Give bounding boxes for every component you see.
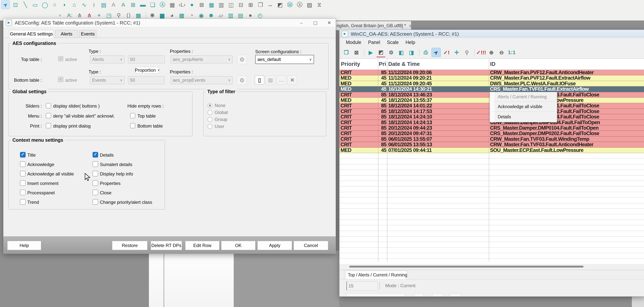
- dp-tree-tool[interactable]: ⋔: [76, 11, 84, 20]
- restore-button[interactable]: Restore: [112, 241, 148, 250]
- cancel-button[interactable]: Cancel: [294, 241, 328, 250]
- arc-tool[interactable]: ◗: [60, 1, 68, 9]
- bezier-tool[interactable]: ≀: [90, 1, 98, 9]
- bottom-table-active-checkbox[interactable]: [58, 77, 63, 82]
- minimize-button[interactable]: –: [297, 19, 306, 27]
- pointer-tool[interactable]: ➤: [1, 1, 10, 9]
- pipe-tool[interactable]: ▤: [100, 1, 108, 9]
- column-header-priority[interactable]: Priority: [341, 61, 360, 67]
- run-panel-button[interactable]: ▶: [366, 48, 375, 57]
- close-button[interactable]: ✕: [325, 19, 334, 27]
- top-type-select[interactable]: Alerts∨: [90, 56, 124, 63]
- table-row[interactable]: CRIT8506/01/2025 13:55:07CRW_Master.Fan.…: [340, 136, 644, 142]
- table-row[interactable]: CRIT8511/12/2024 09:20:06CRW_Master.Fan.…: [340, 70, 644, 75]
- table-tool[interactable]: ▦: [207, 1, 216, 9]
- hide-top-table-checkbox[interactable]: [130, 113, 135, 118]
- zoom-out-button[interactable]: ⊖: [497, 48, 506, 57]
- shapes-group-tool[interactable]: ◩: [276, 1, 284, 9]
- bar-chart-tool[interactable]: ▆: [158, 11, 166, 20]
- apply-button[interactable]: Apply: [257, 241, 292, 250]
- script-editor-tool[interactable]: ⟨⟩: [124, 11, 133, 20]
- gauge-tool[interactable]: ◔: [187, 11, 196, 20]
- schedule-tool[interactable]: ▤: [236, 11, 245, 20]
- proportion-button[interactable]: Proportion▼: [136, 67, 159, 74]
- media-tool[interactable]: ▥: [226, 11, 235, 20]
- bottom-widget-button-1[interactable]: [414, 293, 424, 297]
- group-select-tool[interactable]: ⊡: [11, 1, 20, 9]
- bottom-widget-field[interactable]: [346, 293, 405, 297]
- settings-button[interactable]: ⚙: [386, 48, 396, 57]
- ctxset-sumalert-details-checkbox[interactable]: [92, 161, 98, 167]
- clock-panel-tool[interactable]: ◴: [256, 11, 264, 20]
- column-header-id[interactable]: ID: [490, 61, 496, 67]
- zoom-in-button[interactable]: ⊕: [487, 48, 496, 57]
- column-header-date-time[interactable]: Date & Time: [388, 61, 420, 67]
- magnify-mode-button[interactable]: ⚲: [462, 48, 471, 57]
- rectangle-tool[interactable]: ▭: [31, 1, 39, 9]
- filter-group-radio[interactable]: [208, 117, 212, 122]
- frame-widget-tool[interactable]: ❐: [256, 1, 264, 9]
- tab-alerts[interactable]: Alerts: [55, 30, 78, 38]
- stretch-tool[interactable]: ↔: [266, 1, 274, 9]
- context-menu-item-acknowledge-all-visible[interactable]: Acknowledge all visible: [498, 104, 542, 109]
- embedded-module-tool[interactable]: ❏: [148, 1, 157, 9]
- line-tool[interactable]: ╲: [21, 1, 30, 9]
- help-button[interactable]: Help: [7, 241, 41, 250]
- filled-rectangle-tool[interactable]: ▬: [139, 1, 147, 9]
- screen-configurations-select[interactable]: aes_default∨: [255, 55, 314, 64]
- filter-user-radio[interactable]: [208, 124, 212, 129]
- more-config-button[interactable]: …: [277, 76, 286, 85]
- tab-events[interactable]: Events: [79, 30, 96, 38]
- table-row[interactable]: CRIT8520/12/2024 09:47:31CRS_Master.Damp…: [340, 131, 644, 136]
- menu-scale[interactable]: Scale: [384, 40, 402, 45]
- hide-bottom-table-checkbox[interactable]: [130, 123, 135, 128]
- ctxset-display-help-info-checkbox[interactable]: [92, 171, 98, 176]
- column-header-pri[interactable]: Pri: [379, 61, 386, 67]
- table-row[interactable]: CRIT8520/12/2024 09:44:23CRS_Master.Damp…: [340, 125, 644, 131]
- dp-tree-active-tool[interactable]: ⋔: [85, 11, 94, 20]
- global-sliders-checkbox[interactable]: [46, 103, 51, 108]
- small-frame-tool[interactable]: ▫: [56, 11, 64, 20]
- textbox-tool[interactable]: Ⓐ: [158, 1, 166, 9]
- file-tool[interactable]: ▱: [217, 11, 225, 20]
- text-tool[interactable]: A: [119, 1, 128, 9]
- global-print-checkbox[interactable]: [46, 123, 51, 128]
- bottom-widget-button-3[interactable]: [450, 293, 461, 297]
- add-panel-tool[interactable]: ⊞: [246, 1, 255, 9]
- discard-tool[interactable]: ⓧ: [296, 1, 304, 9]
- print-button[interactable]: ⎙: [421, 48, 430, 57]
- visible-rows-field[interactable]: 15: [346, 281, 378, 290]
- table-row[interactable]: MED4516/12/2024 14:30:21CRS_Master.Fan.T…: [340, 86, 644, 92]
- alert-table[interactable]: PriorityPriDate & TimeID CRIT8511/12/202…: [340, 59, 644, 264]
- bottom-rows-field[interactable]: 50: [128, 76, 165, 84]
- progress-tool[interactable]: ⧖: [315, 1, 324, 9]
- table-row[interactable]: MED4511/12/2024 09:20:45DWS_Master.PLC.W…: [340, 81, 644, 86]
- horizontal-scrollbar[interactable]: [349, 266, 584, 267]
- hatch-tool[interactable]: ▨: [305, 1, 314, 9]
- text-rotate-tool[interactable]: A: [109, 1, 118, 9]
- ctxset-trend-checkbox[interactable]: [20, 199, 26, 205]
- maximize-button[interactable]: ▢: [311, 19, 320, 27]
- multiline-text-tool[interactable]: ▦: [168, 1, 176, 9]
- new-config-button[interactable]: ▯: [255, 76, 264, 85]
- location-pin-tool[interactable]: ◉: [197, 11, 206, 20]
- circle-tool[interactable]: ○: [50, 1, 59, 9]
- pan-mode-button[interactable]: ✛: [452, 48, 461, 57]
- bottom-properties-select[interactable]: aes_propEvents∨: [170, 76, 232, 84]
- open-module-button[interactable]: ❒: [342, 48, 351, 57]
- wincc-widget-tool[interactable]: Ⓦ: [286, 1, 294, 9]
- save-config-button[interactable]: ▤: [266, 76, 275, 85]
- node-pin-tool[interactable]: ⌖: [95, 11, 103, 20]
- delete-config-button[interactable]: ✕: [288, 76, 297, 85]
- alarm-lamp-tool[interactable]: ✺: [148, 11, 156, 20]
- ctxset-processpanel-checkbox[interactable]: [20, 190, 26, 195]
- textfield-tool[interactable]: ⊞: [129, 1, 137, 9]
- pie-chart-tool[interactable]: ◕: [168, 11, 176, 20]
- filled-ellipse-tool[interactable]: ●: [188, 1, 196, 9]
- polygon-tool[interactable]: ⌂: [70, 1, 78, 9]
- ctxset-insert-comment-checkbox[interactable]: [20, 180, 26, 186]
- ctxset-change-priority-alert-class-checkbox[interactable]: [92, 199, 98, 205]
- panel-topology-button[interactable]: ◨: [407, 48, 416, 57]
- menu-help[interactable]: Help: [402, 40, 418, 45]
- pointer-mode-button[interactable]: ➤: [432, 48, 441, 57]
